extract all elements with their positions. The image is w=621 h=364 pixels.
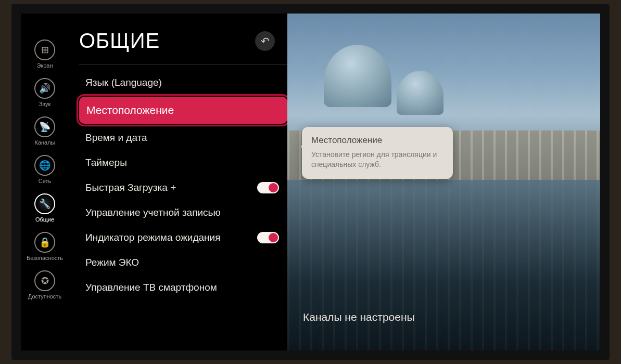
tooltip-text: Установите регион для трансляции и специ… xyxy=(311,150,443,170)
item-standby-led[interactable]: Индикатор режима ожидания xyxy=(79,227,287,249)
item-label: Время и дата xyxy=(85,132,279,144)
rail-item-general[interactable]: 🔧 Общие xyxy=(34,193,55,223)
item-mobile-control[interactable]: Управление ТВ смартфоном xyxy=(79,277,287,298)
satellite-icon: 📡 xyxy=(34,116,55,137)
tv-screen: ⊞ Экран 🔊 Звук 📡 Каналы 🌐 Сеть 🔧 Общие 🔒… xyxy=(11,4,610,360)
item-label: Управление ТВ смартфоном xyxy=(85,282,279,293)
lock-icon: 🔒 xyxy=(34,232,55,253)
globe-icon: 🌐 xyxy=(34,155,55,176)
rail-label: Безопасность xyxy=(27,255,63,261)
back-button[interactable]: ↶ xyxy=(255,31,275,51)
rail-item-sound[interactable]: 🔊 Звук xyxy=(34,78,55,107)
item-label: Индикатор режима ожидания xyxy=(85,232,257,243)
item-location[interactable]: Местоположение xyxy=(79,97,287,124)
monitor-icon: ⊞ xyxy=(34,40,55,60)
rail-label: Сеть xyxy=(39,178,51,184)
item-label: Быстрая Загрузка + xyxy=(85,182,257,193)
item-label: Местоположение xyxy=(86,104,279,116)
item-language[interactable]: Язык (Language) xyxy=(79,72,287,94)
rail-item-channels[interactable]: 📡 Каналы xyxy=(34,116,55,146)
item-label: Язык (Language) xyxy=(85,77,279,88)
item-label: Таймеры xyxy=(85,157,279,168)
cityscape-background xyxy=(287,14,600,350)
item-time-date[interactable]: Время и дата xyxy=(79,127,287,149)
rail-item-accessibility[interactable]: ✪ Доступность xyxy=(28,270,61,300)
dome-shape xyxy=(324,45,391,107)
item-account[interactable]: Управление учетной записью xyxy=(79,202,287,224)
help-tooltip: Местоположение Установите регион для тра… xyxy=(302,127,453,179)
item-label: Управление учетной записью xyxy=(85,207,279,218)
item-label: Режим ЭКО xyxy=(85,257,279,268)
toggle-quick-start[interactable] xyxy=(257,182,279,193)
preview-area: Местоположение Установите регион для тра… xyxy=(287,14,600,350)
channel-status: Каналы не настроены xyxy=(298,305,600,330)
tooltip-title: Местоположение xyxy=(311,135,443,146)
rail-item-security[interactable]: 🔒 Безопасность xyxy=(27,232,63,261)
speaker-icon: 🔊 xyxy=(34,78,55,99)
dome-shape xyxy=(397,71,443,115)
rail-label: Звук xyxy=(39,101,51,107)
back-icon: ↶ xyxy=(261,35,270,47)
rail-label: Общие xyxy=(35,216,54,223)
panel-title: ОБЩИЕ xyxy=(79,29,160,53)
rail-label: Экран xyxy=(36,62,53,69)
settings-panel: ОБЩИЕ ↶ Язык (Language) Местоположение В… xyxy=(69,14,287,350)
settings-list: Язык (Language) Местоположение Время и д… xyxy=(79,72,287,298)
rail-label: Каналы xyxy=(34,139,55,146)
category-rail: ⊞ Экран 🔊 Звук 📡 Каналы 🌐 Сеть 🔧 Общие 🔒… xyxy=(21,14,69,350)
rail-label: Доступность xyxy=(28,293,61,300)
item-timers[interactable]: Таймеры xyxy=(79,152,287,174)
wrench-icon: 🔧 xyxy=(34,193,55,214)
toggle-standby-led[interactable] xyxy=(257,232,279,243)
item-quick-start[interactable]: Быстрая Загрузка + xyxy=(79,177,287,199)
rail-item-screen[interactable]: ⊞ Экран xyxy=(34,40,55,69)
item-eco-mode[interactable]: Режим ЭКО xyxy=(79,252,287,274)
rail-item-network[interactable]: 🌐 Сеть xyxy=(34,155,55,184)
panel-header: ОБЩИЕ ↶ xyxy=(79,29,287,64)
accessibility-icon: ✪ xyxy=(34,270,55,291)
